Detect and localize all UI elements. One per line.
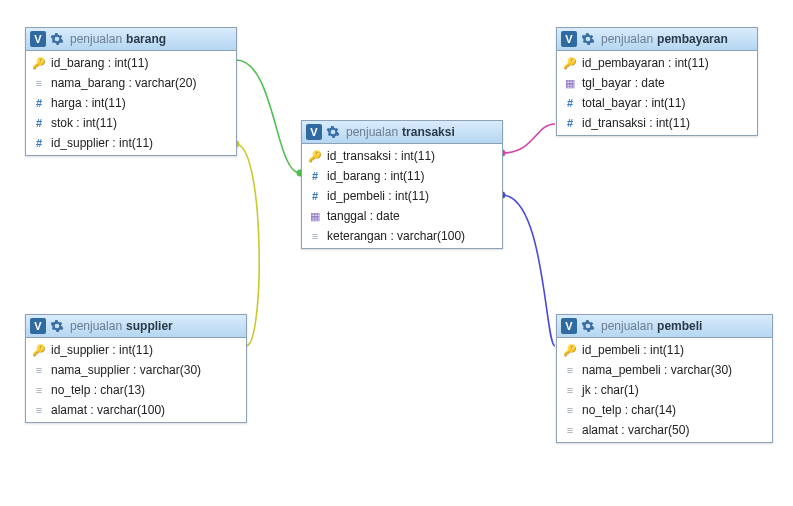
column-row[interactable]: ≡no_telp : char(14): [557, 400, 772, 420]
table-pembayaran[interactable]: Vpenjualanpembayaran🔑id_pembayaran : int…: [556, 27, 758, 136]
number-column-icon: #: [32, 116, 46, 130]
column-row[interactable]: ≡nama_barang : varchar(20): [26, 73, 236, 93]
db-name: penjualan: [601, 32, 653, 46]
number-column-icon: #: [308, 169, 322, 183]
column-row[interactable]: 🔑id_barang : int(11): [26, 53, 236, 73]
relation-transaksi-pembayaran: [502, 124, 555, 153]
table-header[interactable]: Vpenjualansupplier: [26, 315, 246, 338]
column-row[interactable]: ≡alamat : varchar(50): [557, 420, 772, 440]
column-label: no_telp : char(13): [51, 383, 145, 397]
column-row[interactable]: ≡no_telp : char(13): [26, 380, 246, 400]
table-barang[interactable]: Vpenjualanbarang🔑id_barang : int(11)≡nam…: [25, 27, 237, 156]
text-column-icon: ≡: [308, 229, 322, 243]
column-row[interactable]: 🔑id_pembayaran : int(11): [557, 53, 757, 73]
column-row[interactable]: #stok : int(11): [26, 113, 236, 133]
column-label: id_pembeli : int(11): [327, 189, 429, 203]
primary-key-icon: 🔑: [308, 149, 322, 163]
column-label: tanggal : date: [327, 209, 400, 223]
primary-key-icon: 🔑: [32, 343, 46, 357]
designer-canvas[interactable]: { "tables": { "barang": { "db": "penjual…: [0, 0, 793, 506]
column-label: id_pembayaran : int(11): [582, 56, 709, 70]
gear-icon[interactable]: [581, 32, 595, 46]
column-row[interactable]: #harga : int(11): [26, 93, 236, 113]
column-row[interactable]: ≡alamat : varchar(100): [26, 400, 246, 420]
table-header[interactable]: Vpenjualanpembeli: [557, 315, 772, 338]
column-label: id_supplier : int(11): [51, 343, 153, 357]
column-label: id_supplier : int(11): [51, 136, 153, 150]
table-name: pembeli: [657, 319, 702, 333]
number-column-icon: #: [32, 136, 46, 150]
column-label: total_bayar : int(11): [582, 96, 685, 110]
db-name: penjualan: [601, 319, 653, 333]
number-column-icon: #: [563, 96, 577, 110]
text-column-icon: ≡: [563, 423, 577, 437]
number-column-icon: #: [32, 96, 46, 110]
relation-transaksi-pembeli: [502, 195, 555, 346]
column-row[interactable]: ≡keterangan : varchar(100): [302, 226, 502, 246]
column-label: id_transaksi : int(11): [327, 149, 435, 163]
gear-icon[interactable]: [581, 319, 595, 333]
gear-icon[interactable]: [326, 125, 340, 139]
column-label: keterangan : varchar(100): [327, 229, 465, 243]
table-pembeli[interactable]: Vpenjualanpembeli🔑id_pembeli : int(11)≡n…: [556, 314, 773, 443]
gear-icon[interactable]: [50, 32, 64, 46]
column-row[interactable]: #total_bayar : int(11): [557, 93, 757, 113]
gear-icon[interactable]: [50, 319, 64, 333]
db-name: penjualan: [70, 319, 122, 333]
column-row[interactable]: ≡jk : char(1): [557, 380, 772, 400]
db-name: penjualan: [346, 125, 398, 139]
columns-list: 🔑id_pembeli : int(11)≡nama_pembeli : var…: [557, 338, 772, 442]
column-row[interactable]: ≡nama_pembeli : varchar(30): [557, 360, 772, 380]
date-column-icon: ▦: [563, 76, 577, 90]
view-badge-icon: V: [30, 31, 46, 47]
column-row[interactable]: 🔑id_transaksi : int(11): [302, 146, 502, 166]
column-row[interactable]: 🔑id_supplier : int(11): [26, 340, 246, 360]
number-column-icon: #: [563, 116, 577, 130]
column-label: tgl_bayar : date: [582, 76, 665, 90]
column-label: no_telp : char(14): [582, 403, 676, 417]
table-header[interactable]: Vpenjualanpembayaran: [557, 28, 757, 51]
column-row[interactable]: ▦tgl_bayar : date: [557, 73, 757, 93]
text-column-icon: ≡: [32, 403, 46, 417]
table-name: pembayaran: [657, 32, 728, 46]
view-badge-icon: V: [561, 318, 577, 334]
column-row[interactable]: #id_supplier : int(11): [26, 133, 236, 153]
db-name: penjualan: [70, 32, 122, 46]
number-column-icon: #: [308, 189, 322, 203]
text-column-icon: ≡: [32, 363, 46, 377]
column-row[interactable]: ≡nama_supplier : varchar(30): [26, 360, 246, 380]
column-label: jk : char(1): [582, 383, 639, 397]
text-column-icon: ≡: [32, 383, 46, 397]
primary-key-icon: 🔑: [32, 56, 46, 70]
column-row[interactable]: #id_barang : int(11): [302, 166, 502, 186]
column-label: nama_supplier : varchar(30): [51, 363, 201, 377]
primary-key-icon: 🔑: [563, 56, 577, 70]
primary-key-icon: 🔑: [563, 343, 577, 357]
table-supplier[interactable]: Vpenjualansupplier🔑id_supplier : int(11)…: [25, 314, 247, 423]
text-column-icon: ≡: [563, 383, 577, 397]
column-label: stok : int(11): [51, 116, 117, 130]
table-transaksi[interactable]: Vpenjualantransaksi🔑id_transaksi : int(1…: [301, 120, 503, 249]
column-row[interactable]: #id_transaksi : int(11): [557, 113, 757, 133]
column-label: nama_barang : varchar(20): [51, 76, 196, 90]
column-row[interactable]: #id_pembeli : int(11): [302, 186, 502, 206]
table-name: barang: [126, 32, 166, 46]
column-label: id_pembeli : int(11): [582, 343, 684, 357]
columns-list: 🔑id_transaksi : int(11)#id_barang : int(…: [302, 144, 502, 248]
column-label: id_barang : int(11): [327, 169, 424, 183]
date-column-icon: ▦: [308, 209, 322, 223]
text-column-icon: ≡: [563, 363, 577, 377]
column-row[interactable]: ▦tanggal : date: [302, 206, 502, 226]
view-badge-icon: V: [561, 31, 577, 47]
table-name: supplier: [126, 319, 173, 333]
column-row[interactable]: 🔑id_pembeli : int(11): [557, 340, 772, 360]
column-label: alamat : varchar(50): [582, 423, 689, 437]
text-column-icon: ≡: [32, 76, 46, 90]
table-header[interactable]: Vpenjualantransaksi: [302, 121, 502, 144]
view-badge-icon: V: [306, 124, 322, 140]
columns-list: 🔑id_barang : int(11)≡nama_barang : varch…: [26, 51, 236, 155]
table-name: transaksi: [402, 125, 455, 139]
columns-list: 🔑id_pembayaran : int(11)▦tgl_bayar : dat…: [557, 51, 757, 135]
view-badge-icon: V: [30, 318, 46, 334]
table-header[interactable]: Vpenjualanbarang: [26, 28, 236, 51]
